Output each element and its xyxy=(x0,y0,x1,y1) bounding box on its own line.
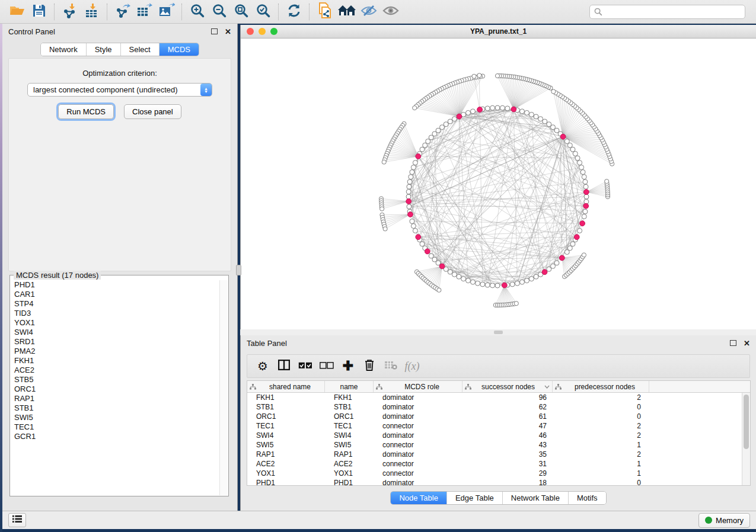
close-window-light[interactable] xyxy=(247,28,254,35)
table-cell: PHD1 xyxy=(247,479,325,486)
table-row[interactable]: STB1STB1dominator620 xyxy=(247,402,742,412)
network-titlebar[interactable]: YPA_prune.txt_1 xyxy=(241,25,756,39)
table-options-button[interactable]: ⚙ xyxy=(253,357,272,375)
tab-edge-table[interactable]: Edge Table xyxy=(447,492,503,504)
zoom-out-button[interactable] xyxy=(208,2,230,21)
float-window-icon[interactable] xyxy=(211,28,218,34)
mcds-result-item[interactable]: YOX1 xyxy=(14,318,219,328)
delete-column-button[interactable] xyxy=(360,357,379,375)
zoom-selected-button[interactable] xyxy=(252,2,274,21)
export-image-button[interactable] xyxy=(155,2,177,21)
refresh-button[interactable] xyxy=(283,2,305,21)
mcds-result-item[interactable]: STB5 xyxy=(14,375,219,384)
zoom-out-icon xyxy=(212,3,227,21)
column-header-MCDS-role[interactable]: MCDS role xyxy=(374,381,462,392)
mcds-result-item[interactable]: PHD1 xyxy=(14,280,219,290)
import-network-button[interactable] xyxy=(59,2,81,21)
table-row[interactable]: YOX1YOX1connector291 xyxy=(247,469,742,478)
column-header-shared-name[interactable]: shared name xyxy=(247,381,325,392)
mcds-result-item[interactable]: STP4 xyxy=(14,299,219,309)
close-panel-icon[interactable]: ✕ xyxy=(744,339,750,347)
criterion-dropdown-value: largest connected component (undirected) xyxy=(28,85,200,94)
tab-select[interactable]: Select xyxy=(121,43,160,56)
table-row[interactable]: PHD1PHD1dominator180 xyxy=(247,478,742,486)
create-column-button[interactable]: ✚ xyxy=(339,357,358,375)
table-row[interactable]: TEC1TEC1connector472 xyxy=(247,421,742,431)
mcds-result-item[interactable]: TID3 xyxy=(14,309,219,318)
export-table-button[interactable] xyxy=(133,2,155,21)
optimization-criterion-label: Optimization criterion: xyxy=(9,69,231,78)
table-cell: SWI5 xyxy=(247,441,325,449)
mcds-list-scrollbar[interactable] xyxy=(219,280,228,495)
tab-network[interactable]: Network xyxy=(41,43,87,56)
first-neighbors-button[interactable] xyxy=(336,2,358,21)
select-all-columns-button[interactable] xyxy=(296,357,315,375)
vertical-splitter-handle[interactable] xyxy=(236,265,241,275)
float-window-icon[interactable] xyxy=(730,340,736,346)
mcds-result-item[interactable]: STB1 xyxy=(14,403,219,413)
network-canvas[interactable] xyxy=(241,39,756,329)
table-panel: Table Panel ✕ ⚙ ✚ f(x) shared namenameMC… xyxy=(240,335,756,511)
mcds-result-item[interactable]: SWI5 xyxy=(14,413,219,422)
run-mcds-button[interactable]: Run MCDS xyxy=(58,104,114,119)
tab-style[interactable]: Style xyxy=(87,43,121,56)
table-row[interactable]: SWI4SWI4dominator462 xyxy=(247,431,742,440)
mcds-result-item[interactable]: GCR1 xyxy=(14,432,219,441)
column-header-name[interactable]: name xyxy=(325,381,374,392)
show-all-button[interactable] xyxy=(379,2,401,21)
tab-node-table[interactable]: Node Table xyxy=(391,492,447,504)
mcds-result-item[interactable]: CAR1 xyxy=(14,290,219,299)
table-row[interactable]: FKH1FKH1dominator962 xyxy=(247,393,742,402)
search-input[interactable] xyxy=(589,5,745,19)
zoom-fit-button[interactable] xyxy=(230,2,252,21)
zoom-window-light[interactable] xyxy=(270,28,277,35)
criterion-dropdown[interactable]: largest connected component (undirected)… xyxy=(27,83,212,97)
open-folder-icon xyxy=(9,4,25,20)
minimize-window-light[interactable] xyxy=(259,28,266,35)
show-panels-button[interactable] xyxy=(8,513,26,527)
table-row[interactable]: ACE2ACE2connector311 xyxy=(247,459,742,469)
clone-network-button[interactable] xyxy=(314,2,336,21)
tab-network-table[interactable]: Network Table xyxy=(503,492,569,504)
table-cell: STB1 xyxy=(247,403,325,411)
deselect-all-columns-button[interactable] xyxy=(317,357,336,375)
memory-button[interactable]: Memory xyxy=(698,513,750,528)
horizontal-splitter-handle[interactable] xyxy=(494,331,503,334)
trash-icon xyxy=(364,359,375,373)
refresh-icon xyxy=(286,3,302,21)
mcds-result-item[interactable]: TEC1 xyxy=(14,422,219,432)
export-network-button[interactable] xyxy=(111,2,133,21)
open-file-button[interactable] xyxy=(6,2,28,21)
table-cell: SWI4 xyxy=(247,431,325,440)
tab-mcds[interactable]: MCDS xyxy=(160,43,199,56)
table-cell: 46 xyxy=(462,431,553,440)
mcds-result-item[interactable]: FKH1 xyxy=(14,356,219,366)
close-panel-icon[interactable]: ✕ xyxy=(225,28,231,36)
table-row[interactable]: ORC1ORC1dominator610 xyxy=(247,412,742,421)
table-cell: 43 xyxy=(462,441,553,449)
export-table-icon xyxy=(136,3,152,21)
column-header-predecessor-nodes[interactable]: predecessor nodes xyxy=(553,381,649,392)
mcds-result-item[interactable]: ORC1 xyxy=(14,384,219,394)
hide-selected-button[interactable] xyxy=(358,2,379,21)
close-panel-button[interactable]: Close panel xyxy=(124,104,181,119)
table-scrollbar[interactable] xyxy=(742,393,750,485)
zoom-in-button[interactable] xyxy=(186,2,208,21)
column-header-successor-nodes[interactable]: successor nodes xyxy=(462,381,553,392)
mcds-result-item[interactable]: SWI4 xyxy=(14,328,219,337)
table-cell: 47 xyxy=(462,422,553,430)
import-table-button[interactable] xyxy=(81,2,103,21)
save-session-button[interactable] xyxy=(28,2,50,21)
table-row[interactable]: SWI5SWI5connector431 xyxy=(247,440,742,450)
mcds-result-item[interactable]: SRD1 xyxy=(14,337,219,347)
table-cell: connector xyxy=(374,460,462,468)
mcds-result-item[interactable]: RAP1 xyxy=(14,394,219,403)
table-scrollbar-thumb[interactable] xyxy=(744,395,749,449)
table-cell: dominator xyxy=(374,403,462,411)
mcds-result-item[interactable]: PMA2 xyxy=(14,347,219,356)
table-row[interactable]: RAP1RAP1dominator352 xyxy=(247,450,742,459)
mcds-result-item[interactable]: ACE2 xyxy=(14,366,219,375)
table-header-row: shared namenameMCDS rolesuccessor nodesp… xyxy=(247,381,750,393)
show-columns-button[interactable] xyxy=(275,357,294,375)
tab-motifs[interactable]: Motifs xyxy=(569,492,606,504)
